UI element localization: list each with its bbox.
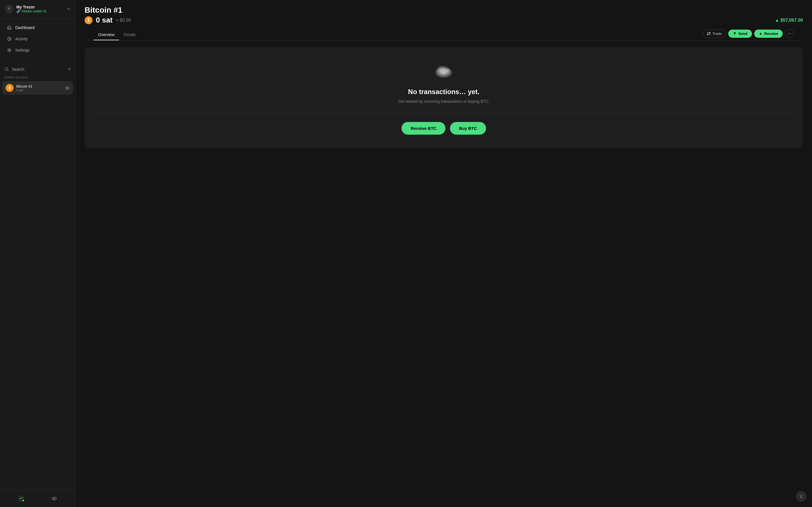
eye-icon <box>51 496 57 501</box>
tab-overview[interactable]: Overview <box>94 30 119 40</box>
trezor-logo-icon <box>4 4 13 13</box>
account-name: Bitcoin #1 <box>16 84 63 89</box>
page-title: Bitcoin #1 <box>85 6 803 15</box>
account-value: $0 <box>66 86 70 90</box>
wallet-info: My Trezor 🔗 Hidden wallet #1 <box>16 5 63 13</box>
price-value: $57,067.00 <box>780 18 803 23</box>
search-icon <box>4 67 9 71</box>
balance-amount: 0 sat <box>96 16 112 24</box>
sidebar-item-activity[interactable]: Activity <box>2 34 73 44</box>
sidebar: My Trezor 🔗 Hidden wallet #1 Dashboard <box>0 0 75 507</box>
balance-fiat: ≈ $0.00 <box>116 18 131 23</box>
send-icon <box>733 32 737 36</box>
price-arrow-icon: ▲ <box>775 18 779 23</box>
wallet-name: My Trezor <box>16 5 63 9</box>
search-label: Search <box>12 67 24 71</box>
balance-row: ₿ 0 sat ≈ $0.00 ▲ $57,067.00 <box>85 16 803 24</box>
receive-label: Receive <box>764 32 778 36</box>
stats-button[interactable] <box>16 494 26 504</box>
receive-btc-button[interactable]: Receive BTC <box>402 122 446 135</box>
svg-point-3 <box>9 50 10 51</box>
receive-icon <box>759 32 763 36</box>
sidebar-footer <box>0 490 75 507</box>
sidebar-accounts-section: Search + Default accounts ₿ Bitcoin #1 0… <box>0 59 75 490</box>
receive-button[interactable]: Receive <box>754 30 783 38</box>
cloud-illustration <box>433 64 455 81</box>
activity-icon <box>7 36 12 41</box>
account-item-bitcoin1[interactable]: ₿ Bitcoin #1 0 sat $0 <box>2 81 73 95</box>
sidebar-chevron-icon[interactable] <box>66 7 71 11</box>
home-icon <box>7 25 12 30</box>
send-button[interactable]: Send <box>728 30 752 38</box>
eye-button[interactable] <box>49 494 59 504</box>
svg-point-9 <box>54 498 55 499</box>
default-accounts-label: Default accounts <box>0 74 75 81</box>
account-balance-small: 0 sat <box>16 89 63 92</box>
empty-state-card: No transactions… yet. Get started by rec… <box>85 47 803 148</box>
stats-icon <box>18 496 24 501</box>
price-indicator: ▲ $57,067.00 <box>775 18 803 23</box>
sidebar-item-dashboard[interactable]: Dashboard <box>2 22 73 33</box>
tab-action-area: Trade Send Receive ··· <box>703 29 794 40</box>
svg-point-8 <box>52 497 56 500</box>
sidebar-header[interactable]: My Trezor 🔗 Hidden wallet #1 <box>0 0 75 18</box>
trade-icon <box>707 32 711 36</box>
account-info: Bitcoin #1 0 sat <box>16 84 63 92</box>
empty-state-subtitle: Get started by receiving transactions or… <box>398 99 490 104</box>
svg-point-7 <box>22 500 24 501</box>
search-row[interactable]: Search + <box>0 64 75 74</box>
sidebar-item-settings[interactable]: Settings <box>2 45 73 55</box>
link-icon: 🔗 <box>16 9 20 13</box>
tab-bar: Overview Details Trade Send <box>85 29 803 41</box>
trade-label: Trade <box>712 32 722 36</box>
trade-button[interactable]: Trade <box>703 29 726 38</box>
main-content: Bitcoin #1 ₿ 0 sat ≈ $0.00 ▲ $57,067.00 … <box>75 0 812 507</box>
cta-buttons: Receive BTC Buy BTC <box>402 122 486 135</box>
tab-details[interactable]: Details <box>119 30 140 40</box>
btc-icon: ₿ <box>85 16 93 24</box>
wallet-subtitle: 🔗 Hidden wallet #1 <box>16 9 63 13</box>
sidebar-nav: Dashboard Activity Settings <box>0 18 75 59</box>
main-header: Bitcoin #1 ₿ 0 sat ≈ $0.00 ▲ $57,067.00 … <box>75 0 812 41</box>
content-area: No transactions… yet. Get started by rec… <box>75 41 812 507</box>
empty-state-title: No transactions… yet. <box>408 88 479 96</box>
divider <box>94 113 794 113</box>
more-button[interactable]: ··· <box>785 29 794 38</box>
more-dots-icon: ··· <box>788 31 791 36</box>
settings-icon <box>7 48 12 53</box>
lightbulb-icon <box>799 494 804 499</box>
bitcoin-account-icon: ₿ <box>6 84 13 92</box>
svg-point-13 <box>438 66 449 74</box>
add-account-button[interactable]: + <box>68 66 71 72</box>
buy-btc-button[interactable]: Buy BTC <box>450 122 486 135</box>
cloud-svg <box>433 64 455 80</box>
search-left: Search <box>4 67 24 71</box>
help-button[interactable] <box>796 491 806 501</box>
send-label: Send <box>739 32 748 36</box>
